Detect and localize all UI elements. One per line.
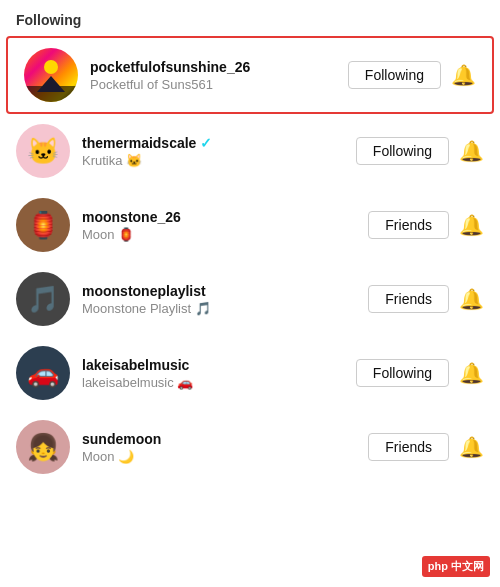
avatar[interactable]: 🐱 (16, 124, 70, 178)
action-area: Friends 🔔 (368, 433, 484, 461)
user-list: pocketfulofsunshine_26 Pocketful of Suns… (0, 36, 500, 484)
user-info: sundemoon Moon 🌙 (70, 431, 368, 464)
username: sundemoon (82, 431, 368, 447)
user-info: themermaidscale✓ Krutika 🐱 (70, 135, 356, 168)
user-item: 🎵 moonstoneplaylist Moonstone Playlist 🎵… (0, 262, 500, 336)
username: pocketfulofsunshine_26 (90, 59, 348, 75)
bell-icon[interactable]: 🔔 (459, 139, 484, 163)
avatar[interactable]: 👧 (16, 420, 70, 474)
display-name: Moonstone Playlist 🎵 (82, 301, 368, 316)
username: moonstoneplaylist (82, 283, 368, 299)
user-item: 🚗 lakeisabelmusic lakeisabelmusic 🚗 Foll… (0, 336, 500, 410)
user-info: moonstone_26 Moon 🏮 (70, 209, 368, 242)
user-info: lakeisabelmusic lakeisabelmusic 🚗 (70, 357, 356, 390)
display-name: Moon 🌙 (82, 449, 368, 464)
follow-button[interactable]: Following (348, 61, 441, 89)
verified-badge: ✓ (200, 135, 212, 151)
bell-icon[interactable]: 🔔 (451, 63, 476, 87)
user-info: pocketfulofsunshine_26 Pocketful of Suns… (78, 59, 348, 92)
username: moonstone_26 (82, 209, 368, 225)
display-name: Moon 🏮 (82, 227, 368, 242)
display-name: Krutika 🐱 (82, 153, 356, 168)
display-name: Pocketful of Suns561 (90, 77, 348, 92)
follow-button[interactable]: Friends (368, 285, 449, 313)
page-title: Following (0, 0, 500, 36)
display-name: lakeisabelmusic 🚗 (82, 375, 356, 390)
user-item: 🐱 themermaidscale✓ Krutika 🐱 Following 🔔 (0, 114, 500, 188)
user-item: pocketfulofsunshine_26 Pocketful of Suns… (6, 36, 494, 114)
avatar[interactable]: 🚗 (16, 346, 70, 400)
user-item: 👧 sundemoon Moon 🌙 Friends 🔔 (0, 410, 500, 484)
action-area: Friends 🔔 (368, 211, 484, 239)
follow-button[interactable]: Friends (368, 211, 449, 239)
bell-icon[interactable]: 🔔 (459, 361, 484, 385)
action-area: Following 🔔 (356, 359, 484, 387)
watermark: php 中文网 (422, 556, 490, 577)
action-area: Friends 🔔 (368, 285, 484, 313)
username: themermaidscale✓ (82, 135, 356, 151)
avatar[interactable] (24, 48, 78, 102)
bell-icon[interactable]: 🔔 (459, 435, 484, 459)
action-area: Following 🔔 (348, 61, 476, 89)
follow-button[interactable]: Following (356, 359, 449, 387)
avatar[interactable]: 🏮 (16, 198, 70, 252)
action-area: Following 🔔 (356, 137, 484, 165)
username: lakeisabelmusic (82, 357, 356, 373)
avatar[interactable]: 🎵 (16, 272, 70, 326)
user-info: moonstoneplaylist Moonstone Playlist 🎵 (70, 283, 368, 316)
follow-button[interactable]: Friends (368, 433, 449, 461)
bell-icon[interactable]: 🔔 (459, 287, 484, 311)
follow-button[interactable]: Following (356, 137, 449, 165)
bell-icon[interactable]: 🔔 (459, 213, 484, 237)
user-item: 🏮 moonstone_26 Moon 🏮 Friends 🔔 (0, 188, 500, 262)
